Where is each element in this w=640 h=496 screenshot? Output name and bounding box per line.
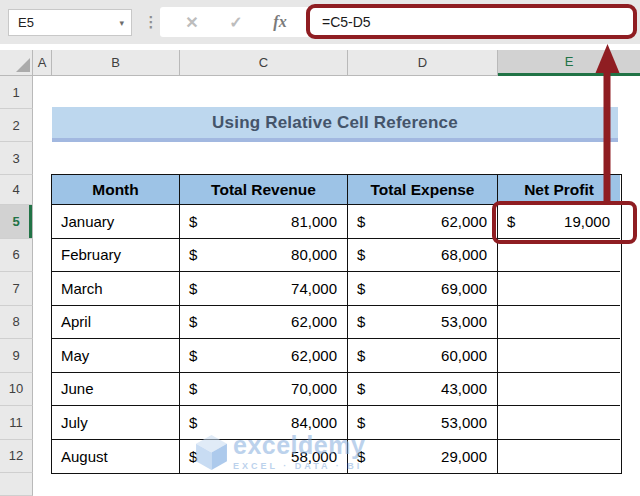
amount: 58,000: [291, 448, 337, 465]
currency-symbol: $: [357, 380, 365, 397]
amount: 84,000: [291, 414, 337, 431]
amount: 70,000: [291, 380, 337, 397]
currency-symbol: $: [189, 280, 197, 297]
table-row: April $62,000 $53,000: [52, 306, 621, 340]
cell-C10[interactable]: $70,000: [180, 373, 348, 407]
cell-E8[interactable]: [498, 306, 620, 340]
cell-C8[interactable]: $62,000: [180, 306, 348, 340]
row-header-5-selected[interactable]: 5: [0, 205, 33, 239]
table-row: July $84,000 $53,000: [52, 406, 621, 440]
amount: 80,000: [291, 246, 337, 263]
column-header-b[interactable]: B: [52, 50, 180, 76]
row-headers: 1 2 3 4 5 6 7 8 9 10 11 12: [0, 76, 33, 496]
formula-text: =C5-D5: [322, 14, 371, 30]
table-row: August $58,000 $29,000: [52, 440, 621, 474]
cell-E7[interactable]: [498, 272, 620, 306]
currency-symbol: $: [507, 213, 515, 230]
cell-B10[interactable]: June: [52, 373, 180, 407]
cell-D5[interactable]: $62,000: [348, 205, 498, 239]
amount: 62,000: [291, 313, 337, 330]
cell-B5[interactable]: January: [52, 205, 180, 239]
cell-E6[interactable]: [498, 239, 620, 273]
cell-B12[interactable]: August: [52, 440, 180, 474]
row-header-3[interactable]: 3: [0, 142, 33, 175]
cell-E9[interactable]: [498, 339, 620, 373]
row-header-7[interactable]: 7: [0, 272, 33, 306]
cell-E12[interactable]: [498, 440, 620, 474]
formula-bar-input[interactable]: =C5-D5: [306, 4, 637, 39]
cell-D6[interactable]: $68,000: [348, 239, 498, 273]
cell-D7[interactable]: $69,000: [348, 272, 498, 306]
drag-grip-icon: ⋮: [143, 8, 157, 36]
column-header-a[interactable]: A: [33, 50, 52, 76]
cell-B11[interactable]: July: [52, 406, 180, 440]
cell-D8[interactable]: $53,000: [348, 306, 498, 340]
amount: 53,000: [441, 313, 487, 330]
currency-symbol: $: [357, 414, 365, 431]
cancel-icon[interactable]: ✕: [185, 13, 198, 32]
row-header-2[interactable]: 2: [0, 109, 33, 142]
header-cell-net-profit[interactable]: Net Profit: [498, 175, 620, 205]
amount: 43,000: [441, 380, 487, 397]
amount: 62,000: [441, 213, 487, 230]
row-header-6[interactable]: 6: [0, 239, 33, 273]
cell-B6[interactable]: February: [52, 239, 180, 273]
formula-buttons-group: ✕ ✓ fx: [160, 7, 312, 37]
chevron-down-icon[interactable]: ▾: [119, 18, 124, 28]
table-row: February $80,000 $68,000: [52, 239, 621, 273]
header-cell-total-revenue[interactable]: Total Revenue: [180, 175, 348, 205]
amount: 19,000: [564, 213, 610, 230]
cell-E5-selected[interactable]: $19,000: [498, 205, 620, 239]
enter-icon[interactable]: ✓: [229, 13, 242, 32]
cell-C11[interactable]: $84,000: [180, 406, 348, 440]
row-header-1[interactable]: 1: [0, 76, 33, 109]
currency-symbol: $: [357, 448, 365, 465]
row-header-12[interactable]: 12: [0, 440, 33, 474]
row-header-8[interactable]: 8: [0, 306, 33, 340]
cell-D12[interactable]: $29,000: [348, 440, 498, 474]
cell-C6[interactable]: $80,000: [180, 239, 348, 273]
currency-symbol: $: [189, 213, 197, 230]
cell-C5[interactable]: $81,000: [180, 205, 348, 239]
header-cell-total-expense[interactable]: Total Expense: [348, 175, 498, 205]
cell-B9[interactable]: May: [52, 339, 180, 373]
row-header-9[interactable]: 9: [0, 339, 33, 373]
header-cell-month[interactable]: Month: [52, 175, 180, 205]
cell-C7[interactable]: $74,000: [180, 272, 348, 306]
cell-E11[interactable]: [498, 406, 620, 440]
cell-D9[interactable]: $60,000: [348, 339, 498, 373]
formula-bar-chrome: E5 ▾ ⋮ ✕ ✓ fx =C5-D5: [0, 0, 640, 44]
column-header-e-selected[interactable]: E: [498, 50, 640, 76]
data-table: Month Total Revenue Total Expense Net Pr…: [51, 174, 622, 474]
table-row: May $62,000 $60,000: [52, 339, 621, 373]
cell-B8[interactable]: April: [52, 306, 180, 340]
cell-D11[interactable]: $53,000: [348, 406, 498, 440]
title-banner-cell[interactable]: Using Relative Cell Reference: [52, 107, 618, 142]
amount: 53,000: [441, 414, 487, 431]
currency-symbol: $: [357, 280, 365, 297]
currency-symbol: $: [189, 246, 197, 263]
row-header-10[interactable]: 10: [0, 373, 33, 407]
amount: 74,000: [291, 280, 337, 297]
cell-C9[interactable]: $62,000: [180, 339, 348, 373]
row-header-4[interactable]: 4: [0, 175, 33, 205]
amount: 60,000: [441, 347, 487, 364]
amount: 69,000: [441, 280, 487, 297]
row-header-13-partial[interactable]: [0, 473, 33, 496]
cell-B7[interactable]: March: [52, 272, 180, 306]
column-header-c[interactable]: C: [180, 50, 348, 76]
amount: 68,000: [441, 246, 487, 263]
cell-E10[interactable]: [498, 373, 620, 407]
currency-symbol: $: [189, 380, 197, 397]
cell-D10[interactable]: $43,000: [348, 373, 498, 407]
column-header-d[interactable]: D: [348, 50, 498, 76]
select-all-corner[interactable]: [0, 50, 33, 76]
insert-function-icon[interactable]: fx: [273, 13, 286, 31]
table-header-row: Month Total Revenue Total Expense Net Pr…: [52, 175, 621, 205]
currency-symbol: $: [189, 414, 197, 431]
row-header-11[interactable]: 11: [0, 406, 33, 440]
currency-symbol: $: [189, 313, 197, 330]
name-box[interactable]: E5 ▾: [8, 9, 132, 36]
cell-C12[interactable]: $58,000: [180, 440, 348, 474]
excel-window: E5 ▾ ⋮ ✕ ✓ fx =C5-D5 A B C D E 1 2 3 4 5…: [0, 0, 640, 496]
